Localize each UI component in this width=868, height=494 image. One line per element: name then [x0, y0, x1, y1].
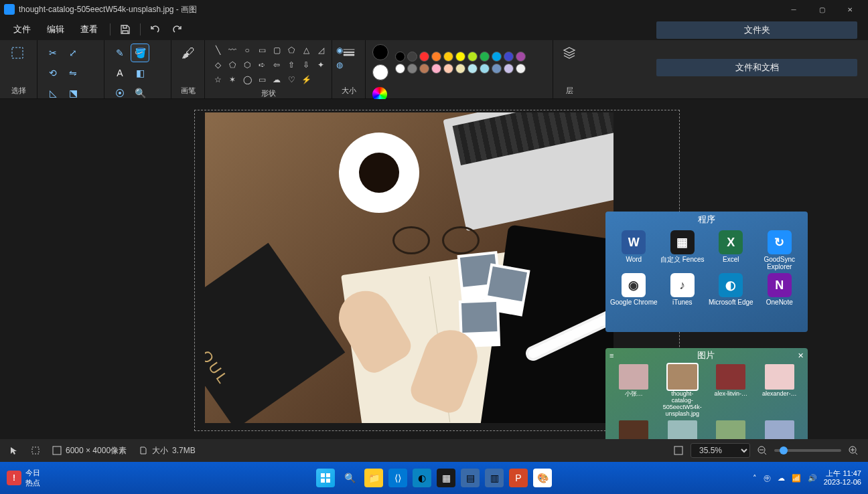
- color-swatch[interactable]: [407, 64, 417, 74]
- shape-lightning[interactable]: ⚡: [300, 74, 312, 86]
- color-swatch[interactable]: [492, 64, 502, 74]
- redo-icon[interactable]: [167, 20, 186, 39]
- flip-tool[interactable]: ⇋: [64, 64, 82, 82]
- fill-tool[interactable]: 🪣: [131, 44, 149, 62]
- layers-tool[interactable]: [560, 44, 579, 62]
- menu-edit[interactable]: 编辑: [40, 21, 71, 38]
- shape-hexagon[interactable]: ⬡: [241, 59, 253, 71]
- shape-arrow-u[interactable]: ⇧: [285, 59, 297, 71]
- zoom-select[interactable]: 35.5%: [691, 443, 750, 458]
- shape-arrow-d[interactable]: ⇩: [300, 59, 312, 71]
- shape-rect[interactable]: ▭: [256, 44, 268, 56]
- color-swatch[interactable]: [395, 52, 405, 62]
- color-swatch[interactable]: [419, 64, 429, 74]
- color2-swatch[interactable]: [372, 64, 388, 80]
- image-item[interactable]: thought-catalog-505eectW54k-unsplash.jpg: [660, 364, 706, 418]
- color-swatch[interactable]: [395, 64, 405, 74]
- fences-icon[interactable]: ▦: [437, 469, 455, 487]
- color-swatch[interactable]: [455, 52, 465, 62]
- shape-callout-round[interactable]: ◯: [241, 74, 253, 86]
- image-item[interactable]: alex-litvin-…: [708, 364, 754, 418]
- color-swatch[interactable]: [480, 64, 490, 74]
- program-item[interactable]: NOneNote: [755, 272, 804, 307]
- shape-callout-rect[interactable]: ▭: [256, 74, 268, 86]
- explorer-icon[interactable]: 📁: [364, 469, 383, 487]
- vscode-icon[interactable]: ⟨⟩: [388, 469, 407, 487]
- program-item[interactable]: XExcel: [707, 229, 755, 272]
- paint-icon[interactable]: 🎨: [533, 469, 552, 487]
- program-item[interactable]: ◐Microsoft Edge: [707, 272, 755, 307]
- program-item[interactable]: ♪iTunes: [658, 272, 707, 307]
- shape-star6[interactable]: ✶: [226, 74, 238, 86]
- canvas-area[interactable]: SOUL 程序 WWord▦自定义 FencesXExcel↻GoodSync …: [7, 99, 861, 462]
- app2-icon[interactable]: ▥: [485, 469, 504, 487]
- programs-panel[interactable]: 程序 WWord▦自定义 FencesXExcel↻GoodSync Explo…: [605, 212, 808, 332]
- save-icon[interactable]: [116, 20, 135, 39]
- select-tool[interactable]: [7, 44, 28, 62]
- close-button[interactable]: ✕: [836, 0, 864, 19]
- program-item[interactable]: WWord: [609, 229, 658, 272]
- color-swatch[interactable]: [480, 52, 490, 62]
- program-item[interactable]: ↻GoodSync Explorer: [755, 229, 804, 272]
- brush-tool[interactable]: 🖌: [178, 44, 198, 62]
- zoom-slider[interactable]: [774, 449, 841, 452]
- color-swatch[interactable]: [455, 64, 465, 74]
- color-swatch[interactable]: [467, 52, 478, 62]
- text-tool[interactable]: A: [111, 64, 129, 82]
- size-tool[interactable]: [339, 44, 358, 62]
- folder-button[interactable]: 文件夹: [656, 21, 857, 39]
- shape-curve[interactable]: 〰: [226, 44, 238, 56]
- resize-tool[interactable]: ⤢: [64, 44, 82, 62]
- shape-arrow-r[interactable]: ➪: [256, 59, 268, 71]
- shape-oval[interactable]: ○: [241, 44, 253, 56]
- shape-polygon[interactable]: ⬠: [285, 44, 297, 56]
- fit-screen-icon[interactable]: [673, 445, 684, 456]
- color-swatch[interactable]: [516, 52, 526, 62]
- image-item[interactable]: alexander-…: [757, 364, 803, 418]
- image-item[interactable]: 小张…: [611, 364, 657, 418]
- shape-line[interactable]: ╲: [212, 44, 224, 56]
- close-icon[interactable]: ✕: [798, 351, 804, 360]
- pencil-tool[interactable]: ✎: [111, 44, 129, 62]
- color-swatch[interactable]: [504, 64, 514, 74]
- powerpoint-icon[interactable]: P: [509, 469, 528, 487]
- start-icon[interactable]: [316, 469, 335, 487]
- edge-icon[interactable]: ◐: [413, 469, 431, 487]
- color-swatch[interactable]: [467, 64, 478, 74]
- maximize-button[interactable]: ▢: [808, 0, 836, 19]
- shape-callout-cloud[interactable]: ☁: [271, 74, 283, 86]
- taskbar-clock[interactable]: 上午 11:47 2023-12-06: [824, 469, 861, 487]
- app1-icon[interactable]: ▤: [461, 469, 480, 487]
- zoom-in-icon[interactable]: [848, 445, 859, 456]
- color-swatch[interactable]: [419, 52, 429, 62]
- color-swatch[interactable]: [443, 64, 453, 74]
- tray-onedrive-icon[interactable]: ☁: [778, 474, 785, 483]
- eraser-tool[interactable]: ◧: [131, 64, 149, 82]
- shape-rtriangle[interactable]: ◿: [315, 44, 327, 56]
- shape-heart[interactable]: ♡: [285, 74, 297, 86]
- shape-arrow-l[interactable]: ⇦: [271, 59, 283, 71]
- color-swatch[interactable]: [431, 64, 441, 74]
- files-button[interactable]: 文件和文档: [656, 59, 857, 76]
- program-item[interactable]: ◉Google Chrome: [609, 272, 658, 307]
- shape-pentagon[interactable]: ⬠: [226, 59, 238, 71]
- rotate-tool[interactable]: ⟲: [44, 64, 62, 82]
- tray-chevron-icon[interactable]: ˄: [753, 474, 757, 483]
- zoom-out-icon[interactable]: [757, 445, 768, 456]
- tray-lang-icon[interactable]: ㊥: [764, 473, 771, 483]
- tray-volume-icon[interactable]: 🔊: [808, 474, 817, 483]
- shape-star4[interactable]: ✦: [315, 59, 327, 71]
- tray-wifi-icon[interactable]: 📶: [792, 474, 801, 483]
- shape-diamond[interactable]: ◇: [212, 59, 224, 71]
- menu-file[interactable]: 文件: [7, 21, 38, 38]
- color-swatch[interactable]: [407, 52, 417, 62]
- shape-star5[interactable]: ☆: [212, 74, 224, 86]
- undo-icon[interactable]: [146, 20, 165, 39]
- color-swatch[interactable]: [504, 52, 514, 62]
- taskbar-weather[interactable]: 今日 热点: [0, 468, 47, 488]
- color1-swatch[interactable]: [372, 44, 388, 60]
- crop-tool[interactable]: ✂: [44, 44, 62, 62]
- shape-roundrect[interactable]: ▢: [271, 44, 283, 56]
- program-item[interactable]: ▦自定义 Fences: [658, 229, 707, 272]
- color-swatch[interactable]: [492, 52, 502, 62]
